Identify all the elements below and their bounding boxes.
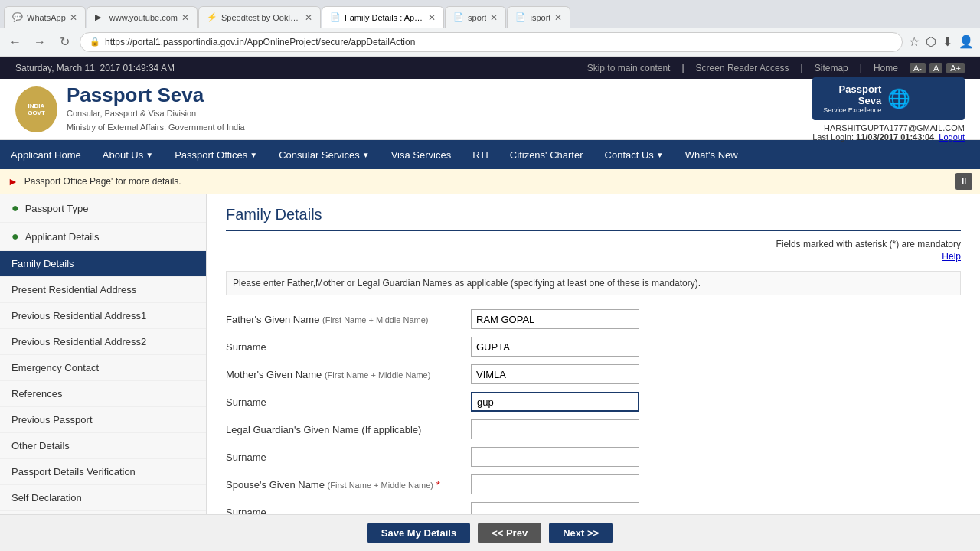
- sidebar-item-prev-address2[interactable]: Previous Residential Address2: [0, 329, 206, 355]
- nav-consular-services[interactable]: Consular Services▼: [268, 140, 380, 169]
- url-input[interactable]: 🔒 https://portal1.passportindia.gov.in/A…: [80, 32, 903, 52]
- father-given-name-input[interactable]: [471, 309, 639, 329]
- sidebar-label: Self Declaration: [11, 492, 82, 504]
- bottom-bar: Save My Details << Prev Next >>: [0, 514, 980, 551]
- notice-text: Passport Office Page' for more details.: [24, 176, 949, 187]
- sidebar-label: Present Residential Address: [11, 284, 136, 295]
- accessibility-controls: A- A A+: [910, 63, 965, 73]
- sidebar-item-other-details[interactable]: Other Details: [0, 433, 206, 459]
- main-content: Family Details Fields marked with asteri…: [207, 194, 980, 551]
- legal-guardian-surname-input[interactable]: [471, 447, 639, 467]
- back-button[interactable]: ←: [6, 35, 24, 49]
- download-icon[interactable]: ⬇: [942, 34, 952, 49]
- sidebar-label: Applicant Details: [25, 231, 100, 243]
- nav-contact-us[interactable]: Contact Us▼: [594, 140, 675, 169]
- tab-close[interactable]: ✕: [70, 12, 77, 23]
- skip-link[interactable]: Skip to main content: [587, 63, 671, 73]
- sitemap-link[interactable]: Sitemap: [815, 63, 848, 73]
- tab-family-details[interactable]: 📄 Family Details : Apply fo... ✕: [322, 6, 444, 28]
- legal-guardian-row: Legal Guardian's Given Name (If applicab…: [226, 419, 961, 439]
- top-bar: Saturday, March 11, 2017 01:49:34 AM Ski…: [0, 57, 980, 79]
- nav-citizens-charter[interactable]: Citizens' Charter: [499, 140, 594, 169]
- tab-title: Speedtest by Ookla - Th...: [221, 13, 301, 22]
- tab-close[interactable]: ✕: [305, 12, 312, 23]
- office-icon[interactable]: ⬡: [926, 34, 936, 49]
- nav-whats-new[interactable]: What's New: [675, 140, 749, 169]
- sidebar-item-emergency-contact[interactable]: Emergency Contact: [0, 355, 206, 381]
- site-subtitle-2: Ministry of External Affairs, Government…: [67, 121, 245, 135]
- sidebar-label: Other Details: [11, 440, 70, 452]
- font-small-btn[interactable]: A-: [910, 63, 926, 73]
- legal-guardian-label: Legal Guardian's Given Name (If applicab…: [226, 424, 471, 435]
- tab-title: isport: [530, 13, 550, 22]
- bookmark-icon[interactable]: ☆: [909, 34, 920, 49]
- forward-button[interactable]: →: [31, 35, 49, 49]
- refresh-button[interactable]: ↻: [55, 34, 74, 49]
- sidebar-item-applicant-details[interactable]: ● Applicant Details: [0, 223, 206, 251]
- last-login-label: Last Login:: [812, 132, 854, 142]
- nav-applicant-home[interactable]: Applicant Home: [0, 140, 92, 169]
- screen-reader-link[interactable]: Screen Reader Access: [696, 63, 789, 73]
- father-surname-input[interactable]: [471, 337, 639, 357]
- sidebar: ● Passport Type ● Applicant Details Fami…: [0, 194, 207, 551]
- whatsapp-favicon: 💬: [12, 12, 23, 23]
- sidebar-item-passport-type[interactable]: ● Passport Type: [0, 194, 206, 223]
- tab-isport[interactable]: 📄 isport ✕: [507, 6, 570, 28]
- sidebar-item-prev-address1[interactable]: Previous Residential Address1: [0, 303, 206, 329]
- mother-surname-label: Surname: [226, 396, 471, 408]
- notice-bar: ► Passport Office Page' for more details…: [0, 169, 980, 194]
- father-surname-label: Surname: [226, 341, 471, 353]
- next-button[interactable]: Next >>: [549, 523, 612, 543]
- passport-logo-badge: PassportSeva Service Excellence 🌐: [812, 77, 965, 120]
- required-mark: *: [436, 479, 440, 491]
- nav-about-us[interactable]: About Us▼: [92, 140, 164, 169]
- sidebar-item-present-address[interactable]: Present Residential Address: [0, 277, 206, 303]
- passport-favicon: 📄: [330, 12, 341, 23]
- pause-button[interactable]: ⏸: [956, 173, 972, 190]
- tab-title: Family Details : Apply fo...: [345, 13, 424, 22]
- tab-close[interactable]: ✕: [181, 12, 189, 23]
- tab-title: WhatsApp: [27, 13, 66, 22]
- prev-button[interactable]: << Prev: [478, 523, 541, 543]
- spouse-given-name-input[interactable]: [471, 474, 639, 494]
- sidebar-item-passport-verification[interactable]: Passport Details Verification: [0, 459, 206, 485]
- font-large-btn[interactable]: A+: [946, 63, 965, 73]
- mother-surname-input[interactable]: [471, 392, 639, 412]
- save-button[interactable]: Save My Details: [368, 523, 470, 543]
- sidebar-item-family-details[interactable]: Family Details: [0, 251, 206, 277]
- sidebar-item-previous-passport[interactable]: Previous Passport: [0, 407, 206, 433]
- home-link[interactable]: Home: [874, 63, 898, 73]
- completed-icon: ●: [11, 201, 19, 215]
- tab-sport[interactable]: 📄 sport ✕: [445, 6, 506, 28]
- spouse-given-name-label: Spouse's Given Name (First Name + Middle…: [226, 479, 471, 491]
- passport-logo-text: PassportSeva: [823, 83, 881, 106]
- last-login-value: 11/03/2017 01:43:04: [856, 132, 934, 142]
- help-link[interactable]: Help: [226, 251, 961, 262]
- toolbar-icons: ☆ ⬡ ⬇ 👤: [909, 34, 974, 49]
- main-nav: Applicant Home About Us▼ Passport Office…: [0, 140, 980, 169]
- sidebar-label: References: [11, 388, 62, 399]
- legal-guardian-input[interactable]: [471, 419, 639, 439]
- nav-visa-services[interactable]: Visa Services: [381, 140, 462, 169]
- logout-link[interactable]: Logout: [939, 132, 965, 142]
- tab-whatsapp[interactable]: 💬 WhatsApp ✕: [4, 6, 86, 28]
- youtube-favicon: ▶: [95, 12, 106, 23]
- emblem-logo: INDIAGOVT: [15, 86, 57, 132]
- tab-close[interactable]: ✕: [490, 12, 498, 23]
- profile-icon[interactable]: 👤: [959, 34, 974, 49]
- sidebar-label: Previous Residential Address1: [11, 310, 146, 321]
- header-right: PassportSeva Service Excellence 🌐 HARSHI…: [812, 77, 965, 142]
- tab-youtube[interactable]: ▶ www.youtube.com ✕: [87, 6, 198, 28]
- sidebar-label: Previous Passport: [11, 414, 93, 425]
- mother-given-name-input[interactable]: [471, 364, 639, 384]
- tab-close[interactable]: ✕: [554, 12, 562, 23]
- nav-rti[interactable]: RTI: [462, 140, 499, 169]
- sidebar-item-references[interactable]: References: [0, 381, 206, 407]
- tab-speedtest[interactable]: ⚡ Speedtest by Ookla - Th... ✕: [198, 6, 321, 28]
- site-header: INDIAGOVT Passport Seva Consular, Passpo…: [0, 79, 980, 140]
- tab-title: sport: [468, 13, 486, 22]
- font-normal-btn[interactable]: A: [929, 63, 942, 73]
- sidebar-item-self-declaration[interactable]: Self Declaration: [0, 485, 206, 511]
- tab-close[interactable]: ✕: [428, 12, 436, 23]
- nav-passport-offices[interactable]: Passport Offices▼: [164, 140, 268, 169]
